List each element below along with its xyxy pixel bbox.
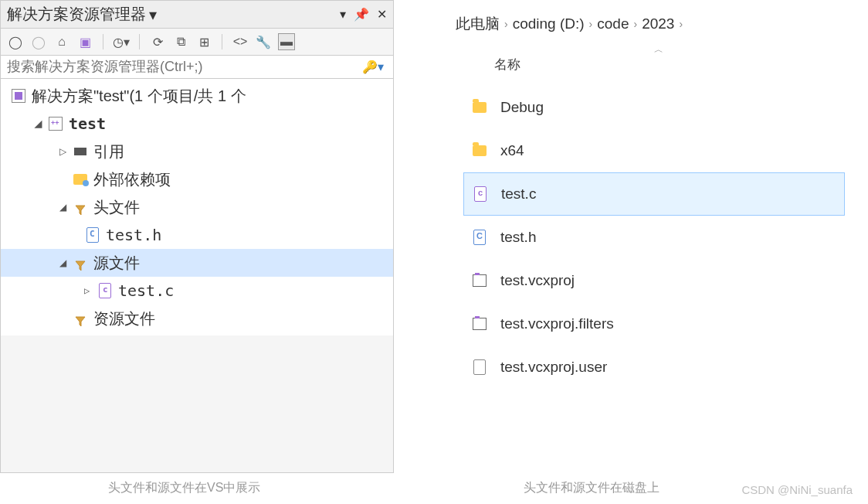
forward-icon[interactable]: ◯ <box>30 33 47 50</box>
h-file-icon <box>470 230 490 245</box>
chevron-right-icon[interactable]: › <box>504 18 508 30</box>
file-vcxproj-filters[interactable]: test.vcxproj.filters <box>463 302 845 346</box>
solution-label: 解决方案"test"(1 个项目/共 1 个 <box>32 86 246 107</box>
solution-icon[interactable]: ▣ <box>76 33 93 50</box>
caption-left: 头文件和源文件在VS中展示 <box>108 480 260 496</box>
folder-icon <box>470 145 490 156</box>
show-all-icon[interactable]: ⊞ <box>195 33 212 50</box>
expander-icon[interactable]: ◢ <box>59 257 72 268</box>
folder-icon <box>470 102 490 113</box>
test-c-label: test.c <box>118 281 174 300</box>
references-node[interactable]: ▷ 引用 <box>1 138 393 165</box>
file-vcxproj-user[interactable]: test.vcxproj.user <box>463 346 845 389</box>
home-icon[interactable]: ⌂ <box>53 33 70 50</box>
expander-icon[interactable]: ▷ <box>59 146 72 157</box>
item-label: test.vcxproj.filters <box>500 315 614 332</box>
file-test-h[interactable]: test.h <box>463 216 845 259</box>
filter-icon <box>72 257 89 268</box>
project-label: test <box>69 114 106 133</box>
vcxproj-icon <box>470 274 490 287</box>
item-label: test.vcxproj <box>500 272 575 289</box>
header-files-node[interactable]: ◢ 头文件 <box>1 193 393 221</box>
code-icon[interactable]: <> <box>232 33 249 50</box>
solution-node[interactable]: 解决方案"test"(1 个项目/共 1 个 <box>1 82 393 110</box>
watermark: CSDN @NiNi_suanfa <box>741 483 853 496</box>
breadcrumb-folder2[interactable]: 2023 <box>642 15 674 32</box>
chevron-right-icon[interactable]: › <box>633 18 637 30</box>
item-label: test.vcxproj.user <box>500 359 607 376</box>
test-h-label: test.h <box>106 226 161 244</box>
column-header-row: ︿ 名称 <box>440 40 868 80</box>
project-icon <box>47 117 64 131</box>
solution-explorer-titlebar: 解决方案资源管理器 ▾ ▾ 📌 ✕ <box>1 1 393 29</box>
references-label: 引用 <box>93 141 124 162</box>
sort-ascending-icon[interactable]: ︿ <box>654 43 663 56</box>
source-files-label: 源文件 <box>93 253 140 274</box>
caption-right: 头文件和源文件在磁盘上 <box>524 480 659 496</box>
c-file-icon <box>97 283 114 298</box>
file-list: Debug x64 test.c test.h test.vcxproj tes… <box>440 80 868 395</box>
item-label: test.c <box>501 186 536 203</box>
resource-files-node[interactable]: 资源文件 <box>1 305 393 332</box>
panel-title: 解决方案资源管理器 <box>7 4 146 25</box>
test-c-node[interactable]: ▷ test.c <box>1 277 393 305</box>
column-name-header[interactable]: 名称 <box>463 56 520 73</box>
item-label: Debug <box>500 99 544 116</box>
item-label: x64 <box>500 142 524 159</box>
filter-icon <box>72 202 89 213</box>
resource-files-label: 资源文件 <box>93 308 155 329</box>
folder-x64[interactable]: x64 <box>463 129 845 172</box>
search-input[interactable] <box>7 59 359 75</box>
vcxproj-filters-icon <box>470 318 490 330</box>
test-h-node[interactable]: test.h <box>1 221 393 249</box>
preview-icon[interactable]: ▬ <box>278 33 295 50</box>
filter-icon <box>72 313 89 324</box>
captions: 头文件和源文件在VS中展示 头文件和源文件在磁盘上 CSDN @NiNi_sua… <box>0 473 868 504</box>
refresh-icon[interactable]: ⟳ <box>149 33 166 50</box>
folder-debug[interactable]: Debug <box>463 86 845 129</box>
file-explorer-panel: 此电脑 › coding (D:) › code › 2023 › ︿ 名称 D… <box>440 0 868 473</box>
expander-icon[interactable]: ◢ <box>35 118 47 129</box>
breadcrumb: 此电脑 › coding (D:) › code › 2023 › <box>440 8 868 40</box>
search-icon[interactable]: 🔑▾ <box>359 60 387 74</box>
external-deps-node[interactable]: 外部依赖项 <box>1 165 393 193</box>
solution-explorer-panel: 解决方案资源管理器 ▾ ▾ 📌 ✕ ◯ ◯ ⌂ ▣ ◷▾ ⟳ ⧉ ⊞ <> 🔧 … <box>0 0 394 473</box>
properties-icon[interactable]: 🔧 <box>255 33 272 50</box>
history-icon[interactable]: ◷▾ <box>113 33 130 50</box>
h-file-icon <box>84 227 101 243</box>
close-icon[interactable]: ✕ <box>377 7 387 22</box>
panel-title-dropdown-icon[interactable]: ▾ <box>149 5 157 24</box>
external-deps-icon <box>72 174 89 185</box>
c-file-icon <box>470 186 490 202</box>
pin-icon[interactable]: 📌 <box>354 7 369 22</box>
file-vcxproj[interactable]: test.vcxproj <box>463 259 845 302</box>
collapse-icon[interactable]: ⧉ <box>172 33 189 50</box>
chevron-right-icon[interactable]: › <box>589 18 593 30</box>
header-files-label: 头文件 <box>93 197 140 218</box>
item-label: test.h <box>500 229 536 246</box>
expander-icon[interactable]: ▷ <box>84 285 97 296</box>
expander-icon[interactable]: ◢ <box>59 202 72 213</box>
source-files-node[interactable]: ◢ 源文件 <box>1 249 393 277</box>
window-menu-icon[interactable]: ▾ <box>340 7 346 22</box>
file-test-c[interactable]: test.c <box>463 172 845 216</box>
breadcrumb-root[interactable]: 此电脑 <box>456 14 500 34</box>
breadcrumb-drive[interactable]: coding (D:) <box>513 15 585 32</box>
project-node[interactable]: ◢ test <box>1 110 393 138</box>
solution-explorer-toolbar: ◯ ◯ ⌂ ▣ ◷▾ ⟳ ⧉ ⊞ <> 🔧 ▬ <box>1 29 393 56</box>
solution-tree: 解决方案"test"(1 个项目/共 1 个 ◢ test ▷ 引用 外部依赖项… <box>1 79 393 335</box>
back-icon[interactable]: ◯ <box>7 33 24 50</box>
external-deps-label: 外部依赖项 <box>93 169 171 190</box>
solution-icon <box>10 89 27 103</box>
chevron-right-icon[interactable]: › <box>679 18 683 30</box>
breadcrumb-folder1[interactable]: code <box>597 15 629 32</box>
file-icon <box>470 359 490 375</box>
search-bar: 🔑▾ <box>1 56 393 79</box>
references-icon <box>72 148 89 155</box>
